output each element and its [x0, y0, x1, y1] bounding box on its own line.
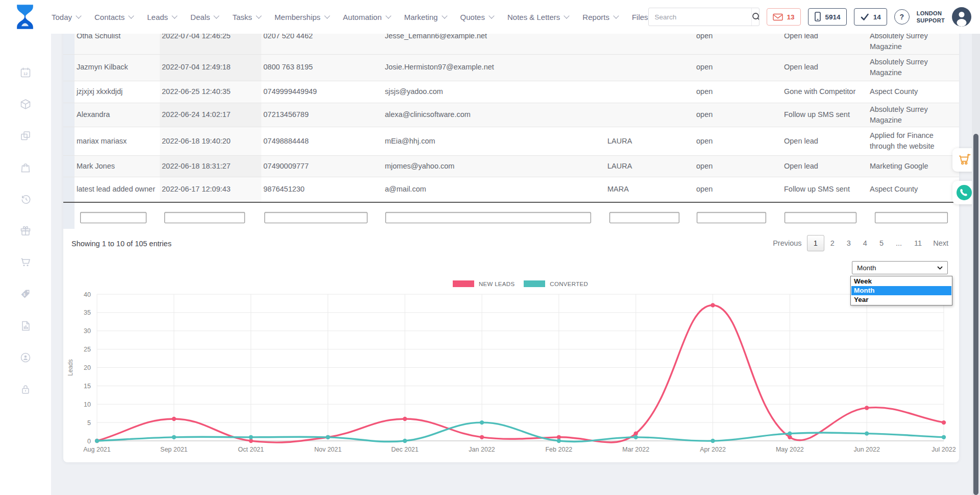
period-option[interactable]: Month	[851, 286, 951, 295]
cell-owner	[605, 54, 694, 81]
top-nav: TodayContactsLeadsDealsTasksMembershipsA…	[0, 0, 980, 34]
nav-item-reports[interactable]: Reports	[582, 13, 618, 21]
nav-item-today[interactable]: Today	[52, 13, 81, 21]
nav-item-tasks[interactable]: Tasks	[232, 13, 260, 21]
table-row[interactable]: Mark Jones2022-06-18 18:31:2707490009777…	[63, 155, 959, 177]
gift-icon[interactable]	[19, 225, 32, 237]
tasks-badge[interactable]: 14	[854, 8, 887, 26]
table-row[interactable]: latest lead added owner2022-06-17 12:09:…	[63, 177, 959, 202]
period-select[interactable]: Month	[852, 261, 948, 274]
pagination: Previous 12345...11 Next	[768, 235, 953, 251]
shopping-bag-icon[interactable]	[19, 161, 32, 174]
cell-name: mariax mariasx	[75, 127, 160, 155]
page-number[interactable]: 4	[857, 235, 873, 251]
svg-text:Aug 2021: Aug 2021	[83, 446, 111, 453]
nav-right: 13 5914 14 ? LONDON SUPPORT	[648, 7, 980, 27]
svg-text:$: $	[23, 293, 26, 297]
table-row[interactable]: jzjxjxj xkxkdjdj2022-06-25 12:40:3507499…	[63, 81, 959, 103]
chevron-down-icon	[488, 13, 494, 18]
filter-input[interactable]	[80, 212, 146, 223]
nav-item-leads[interactable]: Leads	[147, 13, 177, 21]
nav-item-label: Tasks	[232, 13, 252, 21]
page-number[interactable]: 2	[824, 235, 841, 251]
cell-status: open	[694, 177, 782, 202]
package-icon[interactable]	[19, 98, 32, 110]
svg-text:Oct 2021: Oct 2021	[238, 446, 264, 453]
cell-phone: 0800 763 8195	[261, 54, 383, 81]
nav-item-quotes[interactable]: Quotes	[460, 13, 494, 21]
leads-table: Otha Schulist2022-07-04 12:46:250207 520…	[63, 29, 959, 203]
page-number[interactable]: 1	[807, 235, 824, 251]
svg-text:30: 30	[84, 327, 91, 335]
nav-item-automation[interactable]: Automation	[343, 13, 390, 21]
scrollbar-thumb[interactable]	[973, 134, 978, 495]
nav-item-label: Automation	[343, 13, 382, 21]
price-tag-icon[interactable]: $	[19, 288, 32, 300]
email-badge[interactable]: 13	[767, 8, 801, 26]
nav-item-notes-letters[interactable]: Notes & Letters	[507, 13, 569, 21]
table-row[interactable]: Alexandra2022-06-24 14:02:1707213456789a…	[63, 103, 959, 127]
filter-input[interactable]	[164, 212, 245, 223]
cell-lead-status: Gone with Competitor	[782, 81, 868, 103]
page-next[interactable]: Next	[928, 235, 953, 251]
cell-status: open	[694, 54, 782, 81]
avatar[interactable]	[952, 7, 971, 27]
filter-input[interactable]	[609, 212, 679, 223]
scrollbar[interactable]	[972, 34, 980, 495]
filter-input[interactable]	[385, 212, 591, 223]
period-option[interactable]: Year	[851, 295, 951, 304]
nav-item-label: Today	[52, 13, 72, 21]
svg-text:15: 15	[84, 383, 91, 390]
chevron-down-icon	[256, 13, 261, 18]
svg-text:Dec 2021: Dec 2021	[391, 446, 419, 453]
filter-input[interactable]	[264, 212, 368, 223]
calls-badge[interactable]: 5914	[808, 8, 847, 26]
help-icon[interactable]: ?	[894, 9, 910, 25]
cell-owner	[605, 103, 694, 127]
nav-item-marketing[interactable]: Marketing	[404, 13, 447, 21]
period-option[interactable]: Week	[851, 277, 951, 286]
legend-swatch	[453, 280, 474, 287]
search-input[interactable]	[649, 13, 751, 21]
nav-item-label: Contacts	[94, 13, 125, 21]
nav-menu: TodayContactsLeadsDealsTasksMembershipsA…	[52, 13, 648, 21]
cart-icon[interactable]	[19, 256, 32, 269]
report-icon[interactable]	[19, 320, 32, 332]
app-logo-icon[interactable]	[15, 4, 35, 30]
history-icon[interactable]	[19, 193, 32, 205]
row-gutter	[63, 127, 75, 155]
calendar-icon[interactable]: 12	[19, 66, 32, 79]
search-box	[648, 8, 760, 26]
svg-text:10: 10	[84, 401, 91, 408]
search-icon[interactable]	[751, 8, 760, 26]
cell-datetime: 2022-06-17 12:09:43	[160, 177, 261, 202]
lock-icon[interactable]	[19, 383, 32, 395]
nav-item-deals[interactable]: Deals	[190, 13, 218, 21]
leads-chart: 0510152025303540Aug 2021Sep 2021Oct 2021…	[61, 281, 962, 457]
nav-item-label: Leads	[147, 13, 168, 21]
svg-text:5: 5	[87, 419, 91, 427]
page-previous[interactable]: Previous	[768, 235, 806, 251]
filter-input[interactable]	[785, 212, 856, 223]
filter-input[interactable]	[875, 212, 948, 223]
table-row[interactable]: mariax mariasx2022-06-18 19:40:200749888…	[63, 127, 959, 155]
cell-name: Alexandra	[75, 103, 160, 127]
nav-item-memberships[interactable]: Memberships	[275, 13, 329, 21]
page-number[interactable]: 3	[841, 235, 857, 251]
svg-text:Jul 2022: Jul 2022	[932, 446, 955, 453]
chevron-down-icon	[442, 13, 447, 18]
chevron-down-icon	[172, 13, 177, 18]
nav-item-contacts[interactable]: Contacts	[94, 13, 133, 21]
page-number[interactable]: 5	[873, 235, 890, 251]
cell-email: Josie.Hermiston97@example.net	[383, 54, 605, 81]
filter-input[interactable]	[697, 212, 766, 223]
page-number[interactable]: 11	[908, 235, 928, 251]
cell-source: Marketing Google	[868, 155, 959, 177]
chevron-down-icon	[129, 13, 134, 18]
legend-item[interactable]: NEW LEADS	[453, 280, 514, 287]
legend-item[interactable]: CONVERTED	[524, 280, 588, 287]
table-row[interactable]: Jazmyn Kilback2022-07-04 12:49:180800 76…	[63, 54, 959, 81]
nav-item-files[interactable]: Files	[632, 13, 648, 21]
account-icon[interactable]	[19, 351, 32, 364]
copy-icon[interactable]	[19, 130, 32, 142]
